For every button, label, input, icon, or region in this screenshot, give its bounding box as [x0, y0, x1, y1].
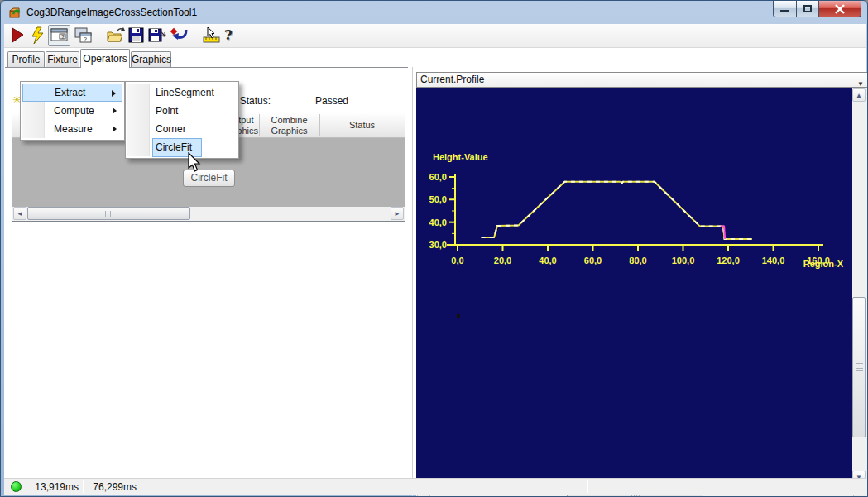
menu-item-extract[interactable]: Extract	[22, 84, 122, 102]
minimize-button[interactable]	[773, 1, 797, 17]
app-icon	[8, 6, 22, 19]
scroll-thumb[interactable]	[852, 297, 866, 437]
menu-item-measure[interactable]: Measure	[22, 120, 122, 138]
operators-status-value: Passed	[302, 95, 362, 107]
window-title: Cog3DRangeImageCrossSectionTool1	[26, 7, 197, 18]
tab-strip-baseline	[5, 67, 408, 68]
tab-label: Profile	[12, 54, 40, 65]
menu-item-linesegment[interactable]: LineSegment	[127, 84, 237, 102]
profile-chart[interactable]: 0,020,040,060,080,0100,0120,0140,0160,03…	[416, 88, 852, 485]
menu-item-point[interactable]: Point	[127, 102, 237, 120]
svg-text:60,0: 60,0	[429, 172, 447, 182]
svg-text:100,0: 100,0	[672, 256, 695, 265]
submenu-arrow-icon	[113, 108, 117, 114]
svg-text:?: ?	[84, 36, 87, 42]
profile-selector[interactable]: Current.Profile ▼	[416, 72, 868, 88]
profile-selector-value: Current.Profile	[420, 74, 484, 85]
svg-text:80,0: 80,0	[629, 256, 646, 265]
svg-text:120,0: 120,0	[717, 256, 740, 265]
show-electrode-window-button[interactable]: ?	[48, 25, 70, 46]
svg-text:30,0: 30,0	[429, 240, 447, 250]
profile-chart-canvas: 0,020,040,060,080,0100,0120,0140,0160,03…	[416, 88, 852, 485]
statusbar-separator	[141, 480, 141, 493]
menu-item-label: Corner	[156, 123, 186, 135]
maximize-icon	[803, 5, 812, 12]
main-toolbar: ? ?	[4, 24, 866, 48]
titlebar[interactable]: Cog3DRangeImageCrossSectionTool1	[1, 1, 867, 24]
run-button[interactable]	[9, 26, 27, 45]
save-button[interactable]	[127, 26, 146, 45]
svg-text:20,0: 20,0	[494, 256, 511, 265]
save-as-button[interactable]	[148, 26, 166, 45]
statusbar-separator	[83, 480, 84, 493]
minimize-icon	[780, 10, 789, 12]
pane-divider	[412, 67, 413, 497]
maximize-button[interactable]	[796, 1, 819, 17]
reset-button[interactable]	[170, 26, 188, 45]
scroll-left-icon[interactable]: ◄	[13, 207, 26, 220]
mouse-cursor-icon	[188, 152, 203, 174]
run-once-lightning-button[interactable]	[30, 26, 48, 45]
app-window: Cog3DRangeImageCrossSectionTool1 ?	[0, 0, 868, 497]
tab-profile[interactable]: Profile	[7, 51, 45, 67]
menu-item-label: Measure	[54, 123, 93, 135]
tab-label: Operators	[83, 53, 127, 65]
status-bar: 13,919ms 76,299ms	[4, 478, 866, 495]
svg-text:0,0: 0,0	[451, 256, 463, 265]
menu-item-label: CircleFit	[156, 141, 192, 153]
chart-vertical-scrollbar[interactable]: ▲ ▼	[852, 88, 867, 485]
help-button[interactable]: ?	[224, 26, 242, 45]
tab-graphics[interactable]: Graphics	[131, 51, 171, 67]
tab-label: Fixture	[47, 54, 78, 65]
svg-text:Height-Value: Height-Value	[433, 152, 488, 162]
extract-submenu: LineSegment Point Corner CircleFit	[125, 81, 239, 159]
total-time: 76,299ms	[85, 481, 137, 493]
submenu-arrow-icon	[112, 90, 116, 97]
tab-label: Graphics	[132, 54, 171, 65]
status-led-icon	[11, 481, 22, 492]
menu-item-label: Point	[156, 105, 178, 117]
scroll-up-icon[interactable]: ▲	[852, 88, 866, 102]
svg-text:?: ?	[61, 34, 65, 40]
svg-text:60,0: 60,0	[584, 256, 602, 265]
menu-item-label: LineSegment	[156, 87, 214, 98]
menu-item-label: Compute	[54, 105, 94, 117]
operators-horizontal-scrollbar[interactable]: ◄ ►	[12, 207, 405, 221]
menu-item-corner[interactable]: Corner	[127, 120, 237, 138]
tab-operators[interactable]: Operators	[80, 49, 130, 68]
column-combine-graphics[interactable]: Combine Graphics	[259, 112, 319, 138]
svg-text:140,0: 140,0	[762, 256, 785, 265]
operator-context-menu: Extract Compute Measure	[20, 81, 125, 141]
float-electrode-button[interactable]: ?	[74, 26, 92, 45]
scroll-right-icon[interactable]: ►	[391, 207, 404, 220]
menu-item-label: Extract	[55, 87, 85, 98]
run-time: 13,919ms	[27, 481, 79, 493]
column-status[interactable]: Status	[319, 112, 405, 138]
menu-item-circlefit[interactable]: CircleFit	[127, 138, 237, 156]
profile-pane: Current.Profile ▼ 0,020,040,060,080,0100…	[415, 67, 868, 497]
close-icon	[834, 4, 846, 14]
svg-text:Region-X: Region-X	[803, 259, 844, 269]
close-button[interactable]	[818, 1, 861, 17]
tab-fixture[interactable]: Fixture	[46, 51, 79, 67]
open-file-button[interactable]	[106, 26, 124, 45]
submenu-arrow-icon	[113, 126, 117, 132]
scroll-thumb[interactable]	[27, 207, 190, 220]
pointer-ruler-button[interactable]	[201, 26, 219, 45]
svg-text:40,0: 40,0	[429, 217, 447, 227]
svg-text:40,0: 40,0	[539, 256, 556, 265]
svg-text:50,0: 50,0	[429, 194, 447, 204]
statusbar-separator	[587, 480, 588, 493]
menu-item-compute[interactable]: Compute	[22, 102, 122, 120]
